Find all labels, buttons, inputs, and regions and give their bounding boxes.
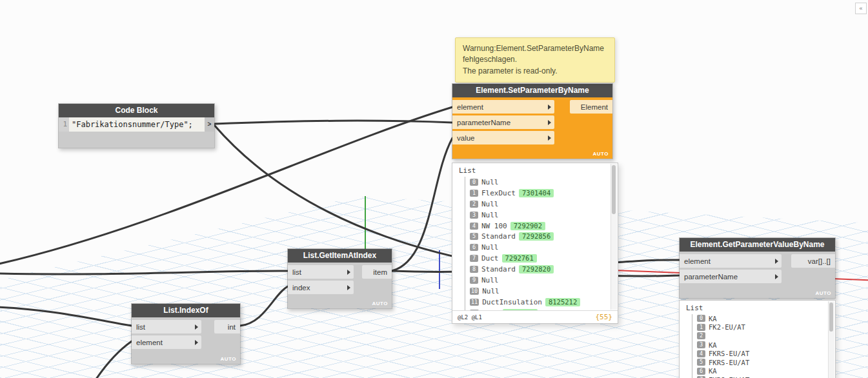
element-id-chip[interactable]: 7292856 xyxy=(519,232,554,241)
node-element-getparametervaluebyname[interactable]: Element.GetParameterValueByName element … xyxy=(679,237,836,299)
input-port-parametername[interactable]: parameterName xyxy=(452,115,554,129)
list-index-badge: 0 xyxy=(470,179,478,186)
list-item: 7FKRS-EU/AT xyxy=(697,375,829,378)
list-item-label: DuctInsulation xyxy=(482,298,542,306)
node-title[interactable]: Element.GetParameterValueByName xyxy=(680,238,835,252)
list-item: 5FKRS-EU/AT xyxy=(697,358,829,367)
input-port-element[interactable]: element xyxy=(680,254,782,268)
list-item: 7Duct7292761 xyxy=(470,253,611,264)
list-item: 5Standard7292856 xyxy=(470,231,611,242)
port-arrow-icon xyxy=(548,120,551,125)
list-index-badge: 4 xyxy=(697,350,705,357)
port-label: int xyxy=(228,323,236,331)
lacing-auto-label[interactable]: AUTO xyxy=(220,356,236,362)
lacing-auto-label[interactable]: AUTO xyxy=(815,290,831,296)
list-item: 3KA xyxy=(697,341,829,350)
list-index-badge: 5 xyxy=(470,233,478,240)
list-levels-label[interactable]: @L2 @L1 xyxy=(458,314,482,321)
list-item: 2Null xyxy=(470,199,611,210)
list-item-label: FlexDuct xyxy=(481,189,516,197)
lacing-auto-label[interactable]: AUTO xyxy=(592,151,609,157)
port-label: index xyxy=(292,284,310,292)
warning-tooltip: Warnung:Element.SetParameterByName fehlg… xyxy=(455,37,615,83)
dynamo-canvas[interactable]: Warnung:Element.SetParameterByName fehlg… xyxy=(0,0,868,378)
port-arrow-icon xyxy=(548,135,551,141)
list-item: 4NW 1007292902 xyxy=(470,221,611,232)
wire-item-to-setparameter-value[interactable] xyxy=(392,138,452,271)
node-title[interactable]: Code Block xyxy=(59,104,214,117)
list-item: 3Null xyxy=(470,210,611,221)
list-item-label: Duct xyxy=(481,254,499,263)
wire-element-to-indexof-element[interactable] xyxy=(94,341,132,378)
list-item-label: NW 100 xyxy=(481,222,507,230)
node-title[interactable]: Element.SetParameterByName xyxy=(452,84,612,97)
input-port-list[interactable]: list xyxy=(288,265,354,279)
output-port-item[interactable]: item xyxy=(362,265,392,279)
list-index-badge: 0 xyxy=(697,315,705,322)
node-list-getitematindex[interactable]: List.GetItemAtIndex list index item AUTO xyxy=(287,248,392,309)
wire-elements-to-indexof-list[interactable] xyxy=(0,307,132,326)
port-arrow-icon xyxy=(775,259,778,264)
input-port-value[interactable]: value xyxy=(452,131,554,144)
wire-codeblock-to-setparameter-parametername[interactable] xyxy=(214,121,452,124)
node-code-block[interactable]: Code Block 1 "Fabrikationsnummer/Type"; … xyxy=(58,103,215,148)
scrollbar-thumb[interactable] xyxy=(829,303,833,332)
warning-line: Warnung:Element.SetParameterByName xyxy=(463,43,607,54)
element-id-chip[interactable]: 7301404 xyxy=(519,189,554,197)
port-arrow-icon xyxy=(548,104,551,110)
node-list-indexof[interactable]: List.IndexOf list element int AUTO xyxy=(131,303,241,364)
node-title[interactable]: List.IndexOf xyxy=(132,304,240,317)
wire-indexof-int-to-getitematindex-index[interactable] xyxy=(240,286,288,326)
list-item: 4FKRS-EU/AT xyxy=(697,349,829,358)
port-label: element xyxy=(684,257,711,265)
list-item-label: Standard xyxy=(481,232,516,241)
port-label: list xyxy=(292,268,301,276)
port-label: list xyxy=(136,323,145,331)
list-item-label: Null xyxy=(482,287,500,295)
list-item: 1FlexDuct7301404 xyxy=(470,188,611,199)
list-item: 8Standard7292820 xyxy=(470,264,611,275)
preview-bubble-getparametervalue[interactable]: List 0KA1FK2-EU/AT23KA4FKRS-EU/AT5FKRS-E… xyxy=(679,300,836,378)
list-item: 9Null xyxy=(470,275,611,286)
list-index-badge: 10 xyxy=(470,288,479,295)
element-id-chip[interactable]: 8125212 xyxy=(545,298,580,306)
input-port-index[interactable]: index xyxy=(288,281,354,294)
element-id-chip[interactable]: 7292820 xyxy=(519,265,554,274)
input-port-element[interactable]: element xyxy=(452,100,554,114)
input-port-list[interactable]: list xyxy=(132,320,201,333)
preview-scrollbar[interactable] xyxy=(828,301,834,378)
preview-scrollbar[interactable] xyxy=(611,164,617,310)
output-port-element[interactable]: Element xyxy=(570,100,612,114)
list-index-badge: 9 xyxy=(470,277,478,284)
list-item-label: Null xyxy=(481,243,499,252)
code-text[interactable]: "Fabrikationsnummer/Type"; xyxy=(69,117,205,132)
preview-bubble-setparameter[interactable]: List 0Null1FlexDuct73014042Null3Null4NW … xyxy=(452,163,618,324)
scrollbar-thumb[interactable] xyxy=(612,165,616,214)
output-port-int[interactable]: int xyxy=(214,320,240,333)
node-element-setparameterbyname[interactable]: Element.SetParameterByName element param… xyxy=(452,83,613,159)
lacing-auto-label[interactable]: AUTO xyxy=(372,301,388,306)
list-item-label: Standard xyxy=(481,265,516,274)
list-item: 6Null xyxy=(470,242,611,253)
list-item-label: KA xyxy=(709,341,717,349)
collapse-sidebar-button[interactable]: « xyxy=(855,3,867,14)
list-item: 0KA xyxy=(697,314,829,323)
element-id-chip[interactable]: 7292761 xyxy=(502,254,537,263)
port-arrow-icon xyxy=(347,285,350,290)
input-port-element[interactable]: element xyxy=(132,335,201,349)
list-index-badge: 3 xyxy=(697,341,705,348)
node-title[interactable]: List.GetItemAtIndex xyxy=(288,249,392,263)
wire-elements-to-getitematindex-list[interactable] xyxy=(0,271,288,274)
output-port-var[interactable]: var[]..[] xyxy=(791,254,835,268)
list-item-label: FK2-EU/AT xyxy=(709,323,745,331)
list-item: 2 xyxy=(697,332,829,341)
input-port-parametername[interactable]: parameterName xyxy=(680,270,782,283)
list-item: 6KA xyxy=(697,367,829,376)
element-id-chip[interactable]: 7292902 xyxy=(510,222,545,230)
code-block-output-port[interactable]: > xyxy=(205,117,214,132)
port-label: parameterName xyxy=(684,273,738,281)
list-item-label: FKRS-EU/AT xyxy=(709,350,749,357)
port-label: element xyxy=(136,339,163,346)
code-line-number: 1 xyxy=(59,117,69,132)
list-index-badge: 7 xyxy=(470,255,478,262)
